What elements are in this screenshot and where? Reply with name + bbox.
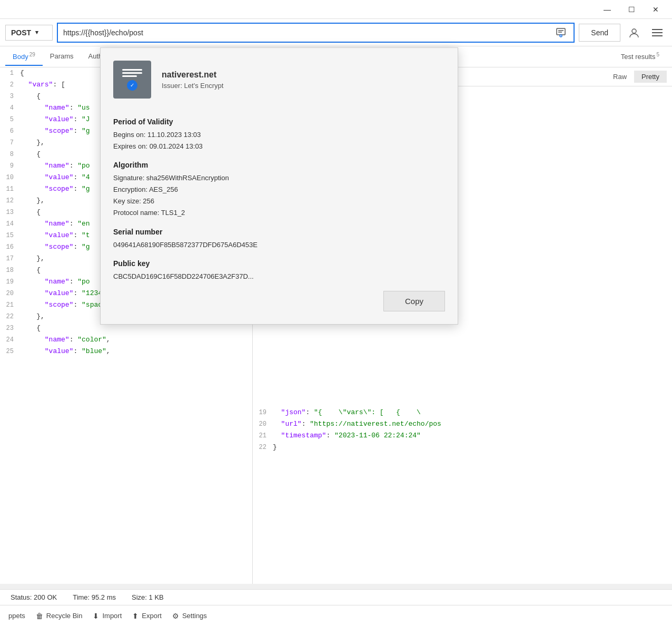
right-content-22: }: [273, 442, 672, 453]
size-text: Size: 1 KB: [132, 593, 164, 601]
popup-key-size: Key size: 256: [113, 195, 445, 207]
user-icon[interactable]: [625, 23, 644, 42]
recycle-bin-label: Recycle Bin: [46, 612, 83, 620]
url-bar[interactable]: https://{{host}}/echo/post: [57, 23, 575, 43]
right-num-21: 21: [253, 431, 273, 441]
line-num-18: 18: [0, 265, 20, 276]
right-content-20: "url": "https://nativerest.net/echo/pos: [273, 419, 672, 429]
line-num-9: 9: [0, 161, 20, 171]
popup-begins: Begins on: 11.10.2023 13:03: [113, 129, 445, 141]
code-line-25: 25 "value": "blue",: [0, 346, 252, 357]
popup-signature: Signature: sha256WithRSAEncryption: [113, 172, 445, 184]
line-num-3: 3: [0, 91, 20, 102]
title-bar: — ☐ ✕: [0, 0, 672, 19]
svg-point-4: [632, 29, 636, 33]
popup-serial-heading: Serial number: [113, 228, 445, 236]
menu-icon[interactable]: [648, 23, 667, 42]
popup-footer: Copy: [113, 291, 445, 311]
line-num-22: 22: [0, 311, 20, 322]
popup-expires: Expires on: 09.01.2024 13:03: [113, 141, 445, 152]
right-num-22: 22: [253, 442, 273, 453]
line-num-19: 19: [0, 277, 20, 287]
view-raw-button[interactable]: Raw: [606, 71, 634, 83]
line-content-24: "name": "color",: [20, 335, 252, 345]
method-label: POST: [11, 28, 31, 37]
svg-point-3: [560, 35, 562, 37]
popup-protocol: Protocol name: TLS1_2: [113, 207, 445, 219]
bottom-import[interactable]: ⬇ Import: [93, 612, 122, 620]
method-chevron-icon: ▾: [35, 29, 38, 36]
line-num-24: 24: [0, 335, 20, 345]
certificate-popup: ✓ nativerest.net Issuer: Let's Encrypt P…: [100, 47, 458, 325]
tab-body[interactable]: Body29: [5, 47, 43, 66]
line-content-23: {: [20, 323, 252, 334]
close-button[interactable]: ✕: [644, 1, 668, 18]
line-num-5: 5: [0, 114, 20, 125]
popup-algorithm-heading: Algorithm: [113, 161, 445, 169]
popup-algorithm-section: Algorithm Signature: sha256WithRSAEncryp…: [113, 161, 445, 219]
settings-label: Settings: [182, 612, 207, 620]
certificate-icon: ✓: [113, 61, 151, 99]
popup-validity-section: Period of Validity Begins on: 11.10.2023…: [113, 118, 445, 152]
import-icon: ⬇: [93, 612, 99, 620]
url-text: https://{{host}}/echo/post: [63, 28, 143, 37]
bottom-snippets[interactable]: ppets: [8, 612, 25, 620]
line-num-8: 8: [0, 149, 20, 160]
right-line-19: 19 "json": "{ \"vars\": [ { \: [253, 407, 672, 418]
line-num-7: 7: [0, 138, 20, 148]
status-text: Status: 200 OK: [11, 593, 57, 601]
view-pretty-button[interactable]: Pretty: [634, 71, 667, 83]
bottom-bar: ppets 🗑 Recycle Bin ⬇ Import ⬆ Export ⚙ …: [0, 605, 672, 626]
right-content-21: "timestamp": "2023-11-06 22:24:24": [273, 431, 672, 441]
send-button[interactable]: Send: [579, 24, 620, 42]
tab-params[interactable]: Params: [43, 48, 81, 65]
line-num-13: 13: [0, 207, 20, 218]
tab-params-label: Params: [50, 52, 74, 60]
popup-subtitle: Issuer: Let's Encrypt: [162, 82, 223, 90]
line-num-23: 23: [0, 323, 20, 334]
import-label: Import: [102, 612, 122, 620]
trash-icon: 🗑: [36, 612, 43, 620]
status-bar: Status: 200 OK Time: 95.2 ms Size: 1 KB: [0, 589, 672, 605]
line-num-10: 10: [0, 172, 20, 183]
popup-header: ✓ nativerest.net Issuer: Let's Encrypt: [113, 61, 445, 107]
bottom-settings[interactable]: ⚙ Settings: [172, 612, 207, 620]
popup-serial-value: 049641A68190F85B5872377DFD675A6D453E: [113, 239, 445, 251]
cert-icon[interactable]: [554, 25, 568, 40]
line-num-4: 4: [0, 103, 20, 113]
popup-publickey-heading: Public key: [113, 259, 445, 268]
right-content-19: "json": "{ \"vars\": [ { \: [273, 407, 672, 418]
popup-title: nativerest.net: [162, 70, 223, 80]
popup-publickey-value: CBC5DAD169C16F58DD224706E3A2F37D...: [113, 271, 445, 282]
cert-lines: [122, 69, 142, 77]
bottom-export[interactable]: ⬆ Export: [132, 612, 162, 620]
time-text: Time: 95.2 ms: [73, 593, 116, 601]
line-num-16: 16: [0, 242, 20, 252]
tab-test-results-badge: 5: [656, 52, 659, 57]
code-line-24: 24 "name": "color",: [0, 334, 252, 346]
minimize-button[interactable]: —: [595, 1, 619, 18]
maximize-button[interactable]: ☐: [619, 1, 644, 18]
export-icon: ⬆: [132, 612, 139, 620]
tab-test-results[interactable]: Test results5: [614, 47, 667, 66]
cert-line-1: [122, 69, 142, 71]
tab-body-label: Body: [13, 53, 28, 61]
copy-button[interactable]: Copy: [383, 291, 445, 311]
line-num-21: 21: [0, 300, 20, 310]
export-label: Export: [142, 612, 162, 620]
line-num-15: 15: [0, 230, 20, 241]
line-content-25: "value": "blue",: [20, 346, 252, 357]
line-num-20: 20: [0, 288, 20, 299]
line-num-17: 17: [0, 253, 20, 264]
method-select[interactable]: POST ▾: [5, 25, 53, 41]
popup-encryption: Encryption: AES_256: [113, 184, 445, 195]
right-line-22: 22 }: [253, 442, 672, 453]
popup-validity-heading: Period of Validity: [113, 118, 445, 126]
cert-badge-icon: ✓: [127, 80, 137, 91]
line-num-11: 11: [0, 184, 20, 194]
toolbar: POST ▾ https://{{host}}/echo/post Send: [0, 19, 672, 46]
gear-icon: ⚙: [172, 612, 179, 620]
cert-line-2: [122, 72, 142, 74]
bottom-recycle-bin[interactable]: 🗑 Recycle Bin: [36, 612, 83, 620]
line-num-25: 25: [0, 346, 20, 357]
